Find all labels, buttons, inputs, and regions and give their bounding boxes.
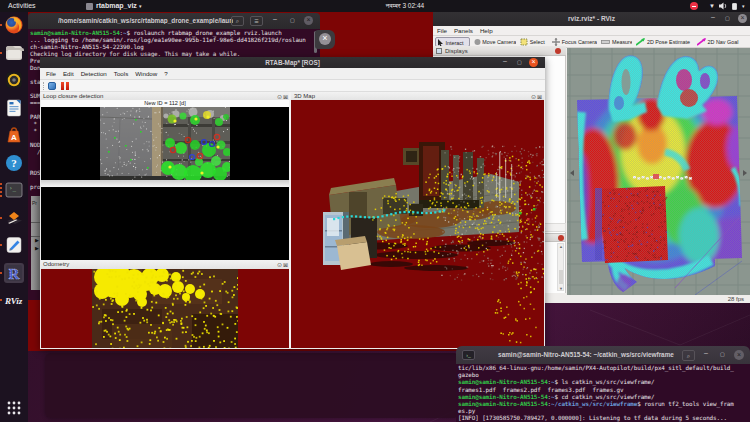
close-button[interactable]: ×	[529, 58, 538, 67]
maximize-button[interactable]: ▢	[725, 15, 730, 22]
maximize-button[interactable]: ▢	[517, 59, 522, 66]
dock-item-gazebo[interactable]	[4, 208, 24, 228]
minimize-button[interactable]: –	[704, 349, 708, 356]
menu-tools[interactable]: Tools	[114, 70, 128, 77]
terminal2-titlebar[interactable]: ›_ samin@samin-Nitro-AN515-54: ~/catkin_…	[456, 346, 750, 364]
close-button[interactable]: ×	[734, 350, 744, 360]
glyph-icon	[552, 38, 560, 46]
dock-item-rhythmbox[interactable]	[4, 70, 24, 90]
menu-[interactable]: ?	[164, 70, 167, 77]
terminal3-window[interactable]	[45, 353, 460, 418]
tool-measure[interactable]: Measure	[600, 37, 632, 47]
rhythmbox-icon	[4, 70, 24, 90]
notification-close[interactable]: ×	[315, 30, 335, 49]
svg-text:A: A	[11, 133, 17, 142]
dock-item-rviz[interactable]: RViz	[4, 290, 24, 310]
search-icon[interactable]: ⌕	[682, 350, 695, 361]
terminal-line: frames1.pdf frames2.pdf frames3.pdf fram…	[458, 387, 623, 394]
caret-down-icon[interactable]: ▾	[742, 0, 745, 12]
map-panel-header[interactable]: 3D Map ⊙ ⊠	[291, 92, 544, 100]
menu-detection[interactable]: Detection	[81, 70, 107, 77]
tree-expander-icon[interactable]: ▶	[35, 245, 39, 251]
menu-window[interactable]: Window	[135, 70, 157, 77]
battery-icon[interactable]	[732, 3, 737, 10]
loop-closure-image-panel[interactable]	[41, 107, 289, 180]
dock-item-rviz-r[interactable]: R	[4, 263, 24, 283]
menu-icon[interactable]: ☰	[250, 16, 263, 26]
rtabmap-toolbar	[40, 80, 545, 92]
network-icon[interactable]: ▼	[709, 0, 715, 12]
clock[interactable]: नवम्बर 3 02:44	[30, 0, 750, 12]
minimize-button[interactable]: –	[503, 57, 507, 64]
maximize-button[interactable]: ▢	[720, 351, 725, 358]
dock-item-ubuntu-software[interactable]: A	[4, 125, 24, 145]
terminal1-titlebar[interactable]: /home/samin/catkin_ws/src/rtabmap_drone_…	[28, 13, 320, 29]
svg-text:›_: ›_	[9, 184, 17, 192]
tool-2d-pose-estimate[interactable]: 2D Pose Estimate	[635, 37, 693, 47]
new-database-icon[interactable]	[48, 82, 56, 90]
pointcloud-render	[291, 100, 544, 348]
minimize-button[interactable]: –	[273, 15, 277, 22]
libreoffice-writer-icon	[4, 98, 24, 118]
dock-item-terminal[interactable]: ›_	[4, 180, 24, 200]
close-icon[interactable]: ×	[319, 33, 331, 45]
show-applications-button[interactable]	[4, 398, 24, 418]
menu-file[interactable]: File	[46, 70, 56, 77]
running-indicator	[0, 183, 2, 185]
maximize-button[interactable]: ▢	[290, 17, 295, 24]
dock-item-help[interactable]: ?	[4, 153, 24, 173]
svg-text:R: R	[9, 265, 20, 281]
volume-icon[interactable]	[719, 2, 728, 14]
terminal-text-segment: frames1.pdf frames2.pdf frames3.pdf fram…	[458, 387, 623, 393]
pause-icon[interactable]	[61, 82, 64, 90]
dock-item-firefox[interactable]	[4, 15, 24, 35]
tree-expander-icon[interactable]: ▶	[35, 237, 39, 243]
pause-icon[interactable]	[66, 82, 69, 90]
panel-pin-icon[interactable]	[558, 235, 564, 241]
running-indicator	[0, 244, 2, 246]
rtabmap-titlebar[interactable]: RTAB-Map* [ROS] – ▢ ×	[40, 57, 545, 68]
displays-panel-header[interactable]: Displays	[433, 46, 566, 56]
dock-item-text-editor[interactable]	[4, 235, 24, 255]
close-button[interactable]: ×	[738, 14, 747, 23]
menu-help[interactable]: Help	[480, 27, 493, 34]
displays-scrollbar[interactable]: ▲ ▼	[557, 243, 564, 291]
terminal2-body[interactable]: tic/lib/x86_64-linux-gnu:/home/samin/PX4…	[456, 364, 750, 422]
files-icon	[4, 43, 24, 63]
odometry-view[interactable]	[41, 269, 289, 348]
dock-item-files[interactable]	[4, 43, 24, 63]
menu-file[interactable]: File	[437, 27, 447, 34]
menu-panels[interactable]: Panels	[454, 27, 473, 34]
gazebo-icon	[4, 208, 24, 228]
close-button[interactable]: ×	[304, 16, 313, 25]
running-indicator	[0, 299, 2, 301]
odometry-panel-header[interactable]: Odometry ⊙ ⊠	[41, 260, 289, 269]
terminal-text-segment: gazebo	[458, 372, 479, 378]
terminal-line: /	[30, 149, 40, 156]
loop-closure-panel-header[interactable]: Loop closure detection ⊙ ⊠	[41, 92, 289, 100]
terminal-text-segment: tic/lib/x86_64-linux-gnu:/home/samin/PX4…	[458, 365, 734, 371]
terminal2-output: tic/lib/x86_64-linux-gnu:/home/samin/PX4…	[458, 365, 748, 421]
scroll-thumb	[559, 270, 563, 284]
rviz-titlebar[interactable]: rviz.rviz* - RViz – ▢ ×	[433, 12, 750, 26]
fps-label: 28 fps	[728, 296, 744, 302]
terminal-text-segment: samin@samin-Nitro-AN515-54	[458, 379, 548, 385]
loop-closure-image-panel2[interactable]	[41, 187, 289, 260]
rviz-3d-view[interactable]	[567, 48, 750, 295]
menu-edit[interactable]: Edit	[63, 70, 74, 77]
search-icon[interactable]: ⌕	[231, 16, 244, 26]
map-3d-view[interactable]	[291, 100, 544, 348]
terminal1-title: /home/samin/catkin_ws/src/rtabmap_drone_…	[58, 17, 233, 24]
tool-icon	[601, 38, 610, 45]
tool-2d-nav-goal[interactable]: 2D Nav Goal	[696, 37, 739, 47]
tool-icon	[636, 38, 645, 46]
panel-pin-icon[interactable]	[555, 48, 561, 54]
help-icon: ?	[4, 153, 24, 173]
minimize-button[interactable]: –	[711, 13, 715, 20]
terminal-line: samin@samin-Nitro-AN515-54:~$ roslaunch …	[30, 30, 282, 37]
recording-indicator[interactable]	[690, 2, 698, 10]
terminal-line: ... logging to /home/samin/.ros/log/ea1e…	[30, 37, 306, 44]
panel-close-icon[interactable]: ⊠	[537, 93, 543, 100]
rviz-icon: RViz	[4, 290, 26, 310]
dock-item-libreoffice-writer[interactable]	[4, 98, 24, 118]
